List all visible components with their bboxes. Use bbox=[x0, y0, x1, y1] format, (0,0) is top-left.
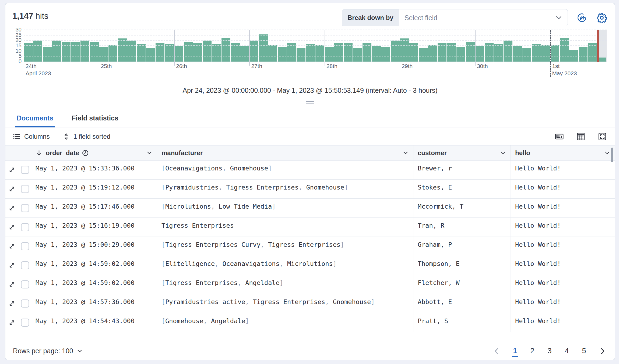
grid-cell[interactable]: [Tigress Enterprises Curvy, Tigress Ente… bbox=[157, 237, 413, 256]
row-checkbox[interactable] bbox=[21, 242, 29, 250]
grid-cell[interactable]: [Elitelligence, Oceanavigations, Microlu… bbox=[157, 256, 413, 275]
histogram-bar bbox=[400, 38, 409, 62]
grid-cell[interactable]: Pratt, S bbox=[413, 313, 511, 332]
chevron-down-icon[interactable] bbox=[500, 150, 506, 156]
x-tick-label: 25th bbox=[99, 62, 112, 70]
clock-icon bbox=[82, 149, 89, 156]
histogram-bar bbox=[504, 41, 512, 62]
expand-row-icon[interactable] bbox=[8, 242, 16, 250]
page-button-4[interactable]: 4 bbox=[564, 347, 569, 355]
gear-icon[interactable] bbox=[596, 12, 608, 24]
row-checkbox[interactable] bbox=[21, 319, 29, 327]
histogram-bar bbox=[325, 47, 334, 62]
chevron-down-icon bbox=[76, 348, 83, 354]
grid-header-order-date[interactable]: order_date bbox=[31, 145, 157, 160]
sort-fields-button[interactable]: 1 field sorted bbox=[63, 133, 110, 140]
view-tabs: Documents Field statistics bbox=[5, 108, 615, 127]
tab-documents[interactable]: Documents bbox=[15, 108, 55, 127]
grid-cell[interactable]: Hello World! bbox=[511, 160, 615, 179]
grid-cell[interactable]: Hello World! bbox=[511, 313, 615, 332]
histogram-bar bbox=[80, 41, 89, 62]
page-button-2[interactable]: 2 bbox=[530, 347, 535, 355]
chart-options-icon[interactable] bbox=[576, 12, 588, 24]
row-checkbox[interactable] bbox=[21, 261, 29, 269]
grid-cell[interactable]: May 1, 2023 @ 14:54:43.000 bbox=[31, 313, 157, 332]
grid-cell[interactable]: May 1, 2023 @ 15:33:36.000 bbox=[31, 160, 157, 179]
row-control-cell bbox=[5, 275, 31, 294]
grid-cell[interactable]: Brewer, r bbox=[413, 160, 511, 179]
row-checkbox[interactable] bbox=[21, 299, 29, 308]
grid-cell[interactable]: Fletcher, W bbox=[413, 275, 511, 294]
keyboard-icon[interactable] bbox=[554, 132, 564, 141]
rows-per-page-button[interactable]: Rows per page: 100 bbox=[13, 347, 83, 355]
day-separator-line bbox=[325, 30, 325, 66]
grid-cell[interactable]: Hello World! bbox=[511, 218, 615, 237]
grid-cell[interactable]: Tigress Enterprises bbox=[157, 218, 413, 237]
grid-cell[interactable]: [Gnomehouse, Angeldale] bbox=[157, 313, 413, 332]
grid-cell[interactable]: Hello World! bbox=[511, 256, 615, 275]
row-checkbox[interactable] bbox=[21, 280, 29, 288]
row-checkbox[interactable] bbox=[21, 185, 29, 193]
grid-cell[interactable]: Stokes, E bbox=[413, 180, 511, 198]
grid-cell[interactable]: Graham, P bbox=[413, 237, 511, 256]
grid-cell[interactable]: Hello World! bbox=[511, 180, 615, 198]
expand-row-icon[interactable] bbox=[8, 262, 16, 269]
chevron-down-icon[interactable] bbox=[146, 150, 153, 156]
grid-cell[interactable]: May 1, 2023 @ 14:59:02.000 bbox=[31, 275, 157, 294]
panel-resize-handle[interactable] bbox=[306, 100, 314, 105]
grid-cell[interactable]: Hello World! bbox=[511, 237, 615, 256]
expand-row-icon[interactable] bbox=[8, 204, 16, 212]
expand-row-icon[interactable] bbox=[8, 166, 16, 174]
chevron-left-icon[interactable] bbox=[493, 347, 501, 355]
grid-cell[interactable]: May 1, 2023 @ 15:00:29.000 bbox=[31, 237, 157, 256]
expand-row-icon[interactable] bbox=[8, 281, 16, 288]
column-label: hello bbox=[515, 149, 530, 157]
grid-header-customer[interactable]: customer bbox=[413, 145, 511, 160]
page-button-1[interactable]: 1 bbox=[512, 347, 518, 355]
grid-cell[interactable]: Thompson, E bbox=[413, 256, 511, 275]
grid-cell[interactable]: [Tigress Enterprises, Angeldale] bbox=[157, 275, 413, 294]
page-button-5[interactable]: 5 bbox=[581, 347, 587, 355]
vertical-scrollbar-thumb[interactable] bbox=[611, 148, 613, 162]
grid-cell[interactable]: [Microlutions, Low Tide Media] bbox=[157, 199, 413, 217]
histogram-bar bbox=[353, 48, 362, 62]
grid-cell[interactable]: May 1, 2023 @ 15:19:12.000 bbox=[31, 180, 157, 198]
breakdown-field-select[interactable]: Select field bbox=[399, 9, 568, 26]
chevron-down-icon[interactable] bbox=[604, 150, 610, 156]
grid-cell[interactable]: Mccormick, T bbox=[413, 199, 511, 217]
grid-cell[interactable]: [Pyramidustries active, Tigress Enterpri… bbox=[157, 294, 413, 313]
grid-cell[interactable]: Tran, R bbox=[413, 218, 511, 237]
day-separator-line bbox=[174, 30, 175, 66]
expand-row-icon[interactable] bbox=[8, 223, 16, 231]
expand-row-icon[interactable] bbox=[8, 319, 16, 326]
grid-header-manufacturer[interactable]: manufacturer bbox=[157, 145, 413, 160]
grid-cell[interactable]: May 1, 2023 @ 15:17:46.000 bbox=[31, 199, 157, 217]
expand-row-icon[interactable] bbox=[8, 185, 16, 193]
grid-cell[interactable]: Hello World! bbox=[511, 294, 615, 313]
chevron-right-icon[interactable] bbox=[599, 347, 607, 355]
expand-row-icon[interactable] bbox=[8, 300, 16, 307]
grid-cell[interactable]: May 1, 2023 @ 14:59:02.000 bbox=[31, 256, 157, 275]
grid-cell[interactable]: Hello World! bbox=[511, 199, 615, 217]
page-button-3[interactable]: 3 bbox=[547, 347, 552, 355]
fullscreen-icon[interactable] bbox=[597, 132, 607, 141]
grid-cell[interactable]: May 1, 2023 @ 14:57:36.000 bbox=[31, 294, 157, 313]
row-checkbox[interactable] bbox=[21, 204, 29, 212]
histogram-plot[interactable] bbox=[24, 30, 607, 62]
grid-cell[interactable]: [Pyramidustries, Tigress Enterprises, Gn… bbox=[157, 180, 413, 198]
row-checkbox[interactable] bbox=[21, 223, 29, 231]
histogram-bar bbox=[428, 45, 437, 62]
grid-cell[interactable]: [Oceanavigations, Gnomehouse] bbox=[157, 160, 413, 179]
grid-cell[interactable]: May 1, 2023 @ 15:16:19.000 bbox=[31, 218, 157, 237]
grid-cell[interactable]: Abbott, E bbox=[413, 294, 511, 313]
columns-button[interactable]: Columns bbox=[13, 133, 50, 140]
row-checkbox[interactable] bbox=[21, 166, 29, 174]
tab-field-statistics[interactable]: Field statistics bbox=[70, 108, 120, 127]
grid-header-hello[interactable]: hello bbox=[511, 145, 615, 160]
pagination: 12345 bbox=[493, 347, 607, 355]
chevron-down-icon[interactable] bbox=[402, 150, 409, 156]
grid-footer: Rows per page: 100 12345 bbox=[5, 342, 615, 360]
grid-cell[interactable]: Hello World! bbox=[511, 275, 615, 294]
display-density-icon[interactable] bbox=[576, 132, 586, 141]
column-label: customer bbox=[418, 149, 447, 157]
